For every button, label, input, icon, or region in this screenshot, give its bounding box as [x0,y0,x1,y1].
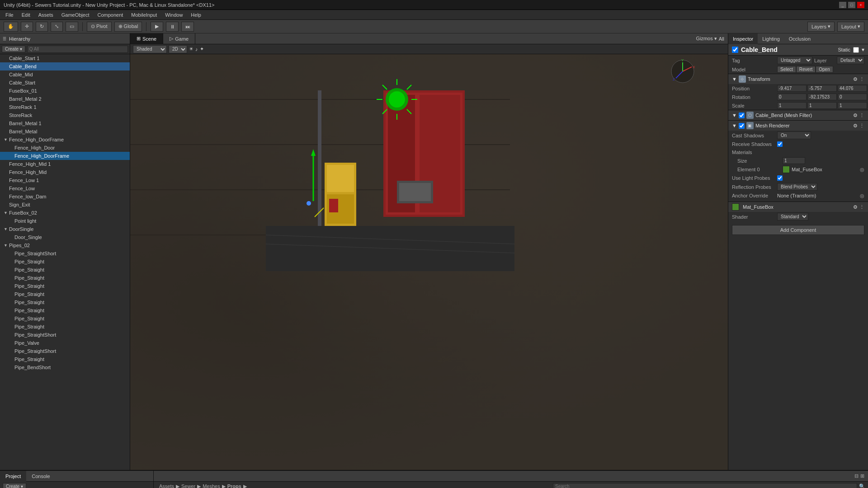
mesh-renderer-options[interactable]: ⚙ [853,123,858,129]
size-value[interactable] [783,157,805,164]
rotate-tool[interactable]: ↻ [36,22,48,32]
hier-item-storerack[interactable]: StoreRack [0,111,130,119]
hier-item-storerack1[interactable]: StoreRack 1 [0,103,130,111]
hier-item-pipe-straight4[interactable]: Pipe_Straight [0,282,130,290]
rotation-z[interactable] [838,94,867,100]
scale-tool[interactable]: ⤡ [51,22,63,32]
tab-occlusion[interactable]: Occlusion [784,33,815,44]
mesh-renderer-enable[interactable] [739,123,745,129]
mesh-renderer-header[interactable]: ▼ ▣ Mesh Renderer ⚙ ⋮ [728,120,868,131]
hier-item-pipe-straight-short1[interactable]: Pipe_StraightShort [0,249,130,258]
menu-assets[interactable]: Assets [35,11,57,19]
path-props[interactable]: Props [227,483,241,488]
hier-item-point-light[interactable]: Point light [0,217,130,225]
shader-select[interactable]: Standard [777,213,808,221]
move-tool[interactable]: ✛ [21,22,33,32]
hier-item-fence-high-mid1[interactable]: Fence_High_Mid 1 [0,160,130,168]
hier-item-pipe-straight6[interactable]: Pipe_Straight [0,298,130,306]
scale-z[interactable] [838,102,867,109]
play-btn[interactable]: ▶ [151,22,163,32]
scene-audio-btn[interactable]: ♪ [195,47,198,52]
select-btn[interactable]: Select [777,66,796,73]
path-sewer[interactable]: Sewer [181,483,195,488]
gizmos-btn[interactable]: Gizmos ▾ [696,36,717,42]
tab-project[interactable]: Project [0,471,26,482]
cast-shadows-select[interactable]: OnOffTwo Sided [777,131,811,139]
hier-item-barrel-metal[interactable]: Barrel_Metal [0,127,130,136]
menu-window[interactable]: Window [161,11,186,19]
transform-header[interactable]: ▼ ⊹ Transform ⚙ ⋮ [728,74,868,84]
hier-item-sign-exit[interactable]: Sign_Exit [0,201,130,209]
hand-tool[interactable]: ✋ [4,22,18,32]
hier-item-fence-high-doorframe-parent[interactable]: ▼Fence_High_DoorFrame [0,136,130,144]
hier-item-fence-low-dam[interactable]: Fence_low_Dam [0,192,130,201]
hier-item-fence-high-doorframe[interactable]: Fence_High_DoorFrame [0,152,130,160]
hier-item-door-single[interactable]: Door_Single [0,233,130,241]
hierarchy-create-btn[interactable]: Create ▾ [2,46,25,52]
close-btn[interactable]: × [857,2,864,8]
position-z[interactable] [838,85,867,92]
scale-x[interactable] [777,102,807,109]
hier-item-pipe-straight8[interactable]: Pipe_Straight [0,314,130,323]
material-options[interactable]: ⚙ [853,204,858,210]
static-dropdown[interactable]: ▾ [862,47,864,53]
hier-item-pipe-straight7[interactable]: Pipe_Straight [0,306,130,314]
hier-item-barrel-metal2[interactable]: Barrel_Metal 2 [0,95,130,103]
hier-item-fusebox01[interactable]: FuseBox_01 [0,87,130,95]
hier-item-pipe-straight2[interactable]: Pipe_Straight [0,266,130,274]
receive-shadows-checkbox[interactable] [777,141,783,147]
revert-btn[interactable]: Revert [796,66,816,73]
hier-item-fence-high-door[interactable]: Fence_High_Door [0,144,130,152]
assets-search-input[interactable] [553,483,857,488]
menu-file[interactable]: File [2,11,17,19]
transform-more[interactable]: ⋮ [859,76,864,82]
hier-item-fence-low[interactable]: Fence_Low [0,184,130,192]
tab-game[interactable]: ▷ Game [163,33,195,44]
scene-light-btn[interactable]: ☀ [189,46,193,52]
tag-select[interactable]: Untagged [777,56,812,64]
tab-inspector[interactable]: Inspector [728,33,758,44]
add-component-btn[interactable]: Add Component [732,225,864,235]
collapse-all-btn[interactable]: ⊟ [854,473,859,479]
element0-target-icon[interactable]: ◎ [860,167,864,173]
scale-y[interactable] [807,102,837,109]
open-btn[interactable]: Open [816,66,833,73]
menu-mobileinput[interactable]: MobileInput [127,11,160,19]
menu-component[interactable]: Component [94,11,127,19]
project-create-btn[interactable]: Create ▾ [3,483,26,488]
global-toggle[interactable]: ⊕ Global [114,22,142,32]
rotation-x[interactable] [777,94,807,100]
rotation-y[interactable] [807,94,837,100]
static-checkbox[interactable] [853,47,859,53]
object-enabled-checkbox[interactable] [732,47,738,53]
tab-lighting[interactable]: Lighting [758,33,784,44]
hier-item-cable-bend[interactable]: Cable_Bend [0,62,130,70]
hier-item-cable-start[interactable]: Cable_Start [0,79,130,87]
hier-item-fence-low1[interactable]: Fence_Low 1 [0,176,130,184]
hier-item-barrel-metal1[interactable]: Barrel_Metal 1 [0,119,130,127]
mesh-filter-enable[interactable] [739,113,745,118]
hier-item-doorsingle[interactable]: ▼DoorSingle [0,225,130,233]
hier-item-pipe-straight-short2[interactable]: Pipe_StraightShort [0,331,130,339]
step-btn[interactable]: ⏭ [181,22,194,32]
mesh-filter-options[interactable]: ⚙ [853,113,858,118]
menu-help[interactable]: Help [187,11,205,19]
material-more[interactable]: ⋮ [859,204,864,210]
layout-dropdown[interactable]: Layout ▾ [837,22,864,32]
menu-gameobject[interactable]: GameObject [58,11,93,19]
tab-console[interactable]: Console [26,471,55,482]
hier-item-pipe-straight5[interactable]: Pipe_Straight [0,290,130,298]
tab-scene[interactable]: ⊞ Scene [130,33,163,44]
mode-dropdown[interactable]: 2D 3D [169,45,187,53]
filter-btn[interactable]: ⊞ [860,473,864,479]
hier-item-pipe-bend-short[interactable]: Pipe_BendShort [0,363,130,371]
hier-item-cable-start1[interactable]: Cable_Start 1 [0,54,130,62]
shading-dropdown[interactable]: Shaded Wireframe [133,45,167,53]
reflection-probes-select[interactable]: Blend ProbesOffSimple [777,183,817,191]
maximize-btn[interactable]: □ [848,2,855,8]
hier-item-pipe-straight9[interactable]: Pipe_Straight [0,323,130,331]
layers-dropdown[interactable]: Layers ▾ [807,22,835,32]
path-assets[interactable]: Assets [159,483,174,488]
path-meshes[interactable]: Meshes [203,483,220,488]
hier-item-fusebox02[interactable]: ▼FuseBox_02 [0,209,130,217]
